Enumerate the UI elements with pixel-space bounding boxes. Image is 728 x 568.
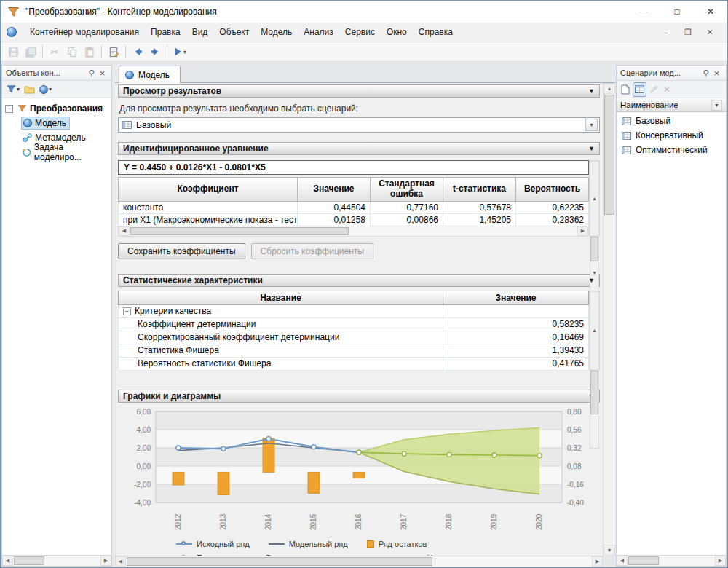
coefficient-name-cell[interactable]: при X1 (Макроэкономические показа - тест… <box>119 213 298 226</box>
stat-value-cell[interactable]: 1,39433 <box>443 344 589 357</box>
scenarios-panel-hscrollbar[interactable]: ◀ ▶ <box>617 555 726 566</box>
statistics-vscrollbar[interactable]: ▲ ▼ <box>589 291 600 371</box>
delete-scenario-button[interactable]: ✕ <box>662 82 672 97</box>
menu-edit[interactable]: Правка <box>145 24 186 40</box>
filter-button[interactable]: ▾ <box>5 82 21 97</box>
table-row[interactable]: Вероятность статистики Фишера 0,41765 <box>119 357 589 370</box>
scroll-down-button[interactable]: ▼ <box>604 545 615 556</box>
collapse-icon[interactable]: ▼ <box>588 277 595 284</box>
scenario-list-view-button[interactable] <box>633 82 646 97</box>
app-orb-icon[interactable] <box>7 27 17 37</box>
std-error-cell[interactable]: 0,77160 <box>371 201 443 213</box>
collapse-expander-icon[interactable]: − <box>5 105 13 113</box>
cut-button[interactable]: ✂ <box>46 44 63 60</box>
charts-section-header[interactable]: Графики и диаграммы ▼ <box>118 390 600 403</box>
results-section-header[interactable]: Просмотр результатов ▼ <box>118 84 600 98</box>
table-row[interactable]: константа 0,44504 0,77160 0,57678 0,6223… <box>119 201 589 213</box>
equation-box[interactable]: Y = 0.4450 + 0.0126*X1 - 0.0801*X5 <box>118 160 589 175</box>
reset-coefficients-button[interactable]: Сбросить коэффициенты <box>251 243 373 259</box>
column-header[interactable]: Коэффициент <box>119 178 298 202</box>
stat-name-cell[interactable]: Скорректированный коэффициент детерминац… <box>119 331 443 344</box>
stat-value-cell[interactable]: 0,41765 <box>443 357 589 370</box>
stat-value-cell[interactable]: 0,16469 <box>443 331 589 344</box>
save-coefficients-button[interactable]: Сохранить коэффициенты <box>118 243 245 259</box>
coefficients-vscrollbar[interactable]: ▲ ▼ <box>589 160 600 237</box>
stat-name-cell[interactable]: Статистика Фишера <box>119 344 443 357</box>
scroll-left-button[interactable]: ◀ <box>119 226 130 236</box>
coefficients-hscrollbar[interactable]: ◀ ▶ <box>118 226 589 237</box>
equation-section-header[interactable]: Идентифицированное уравнение ▼ <box>118 142 600 155</box>
column-header[interactable]: Название <box>119 291 443 304</box>
paste-button[interactable] <box>81 44 98 60</box>
scenario-combobox[interactable]: Базовый ▾ <box>118 117 600 133</box>
scenario-item-conservative[interactable]: Консервативный <box>617 128 726 143</box>
scroll-thumb[interactable] <box>604 95 614 215</box>
table-row[interactable]: Статистика Фишера 1,39433 <box>119 344 589 357</box>
folder-view-button[interactable] <box>23 82 36 97</box>
run-dropdown-icon[interactable]: ▾ <box>183 49 186 55</box>
scenarios-column-header[interactable]: Наименование ▾ <box>617 98 726 112</box>
panel-close-icon[interactable]: × <box>711 68 722 78</box>
menu-object[interactable]: Объект <box>213 24 255 40</box>
stat-value-cell[interactable]: 0,58235 <box>443 317 589 331</box>
maximize-button[interactable]: □ <box>660 1 694 23</box>
t-stat-cell[interactable]: 1,45205 <box>443 213 516 226</box>
edit-object-button[interactable] <box>105 44 122 60</box>
filter-dropdown-icon[interactable]: ▾ <box>17 86 20 92</box>
mdi-restore-button[interactable]: ❐ <box>682 28 694 37</box>
collapse-icon[interactable]: ▼ <box>588 87 595 95</box>
menu-help[interactable]: Справка <box>413 24 459 40</box>
close-button[interactable]: ✕ <box>694 1 727 23</box>
tree-item-model[interactable]: Модель <box>4 116 110 130</box>
coefficient-name-cell[interactable]: константа <box>119 201 298 213</box>
column-filter-dropdown[interactable]: ▾ <box>711 100 722 111</box>
scroll-track[interactable] <box>130 226 577 236</box>
scroll-thumb[interactable] <box>628 556 659 565</box>
menu-container[interactable]: Контейнер моделирования <box>24 24 145 40</box>
pin-icon[interactable]: ⚲ <box>86 68 97 78</box>
menu-service[interactable]: Сервис <box>339 24 381 40</box>
table-row[interactable]: при X1 (Макроэкономические показа - тест… <box>119 213 589 226</box>
object-view-button[interactable]: ▾ <box>38 82 53 97</box>
probability-cell[interactable]: 0,62235 <box>516 201 589 213</box>
pin-icon[interactable]: ⚲ <box>700 68 711 78</box>
scroll-left-button[interactable]: ◀ <box>2 556 13 566</box>
objects-panel-hscrollbar[interactable]: ◀ ▶ <box>2 555 111 566</box>
stat-name-cell[interactable]: Коэффициент детерминации <box>119 317 443 331</box>
scroll-left-button[interactable]: ◀ <box>115 556 126 567</box>
scroll-thumb[interactable] <box>590 371 598 414</box>
scroll-thumb[interactable] <box>127 557 432 566</box>
edit-scenario-button[interactable] <box>648 82 660 97</box>
save-button[interactable] <box>4 44 22 60</box>
column-header[interactable]: Стандартная ошибка <box>371 178 443 202</box>
group-row[interactable]: − Критерии качества <box>119 304 589 317</box>
column-header[interactable]: Значение <box>298 178 371 202</box>
scroll-up-button[interactable]: ▲ <box>604 83 615 94</box>
view-dropdown-icon[interactable]: ▾ <box>49 86 52 92</box>
t-stat-cell[interactable]: 0,57678 <box>443 201 516 213</box>
scroll-track[interactable] <box>628 556 715 566</box>
mdi-close-button[interactable]: ✕ <box>704 28 716 37</box>
scroll-track[interactable] <box>13 556 100 566</box>
menu-analysis[interactable]: Анализ <box>298 24 339 40</box>
combobox-dropdown-icon[interactable]: ▾ <box>585 119 598 131</box>
table-row[interactable]: Скорректированный коэффициент детерминац… <box>119 331 589 344</box>
tab-model[interactable]: Модель <box>119 66 181 83</box>
tree-root-row[interactable]: − Преобразования <box>4 101 110 116</box>
minimize-button[interactable]: ─ <box>627 1 660 23</box>
column-header[interactable]: Вероятность <box>516 178 589 202</box>
scroll-right-button[interactable]: ▶ <box>715 556 726 566</box>
content-vscrollbar[interactable]: ▲ ▼ <box>603 83 615 556</box>
scroll-track[interactable] <box>126 556 592 567</box>
menu-view[interactable]: Вид <box>186 24 214 40</box>
stat-name-cell[interactable]: Вероятность статистики Фишера <box>119 357 443 370</box>
back-button[interactable] <box>129 44 146 60</box>
scenario-item-optimistic[interactable]: Оптимистический <box>617 143 726 157</box>
column-header[interactable]: t-статистика <box>443 178 516 202</box>
column-header[interactable]: Значение <box>443 291 589 304</box>
collapse-expander-icon[interactable]: − <box>123 307 131 315</box>
empty-cell[interactable] <box>443 304 589 317</box>
statistics-section-header[interactable]: Статистические характеристики ▼ <box>118 274 600 287</box>
mdi-minimize-button[interactable]: ‒ <box>660 28 672 37</box>
scroll-left-button[interactable]: ◀ <box>617 556 628 566</box>
